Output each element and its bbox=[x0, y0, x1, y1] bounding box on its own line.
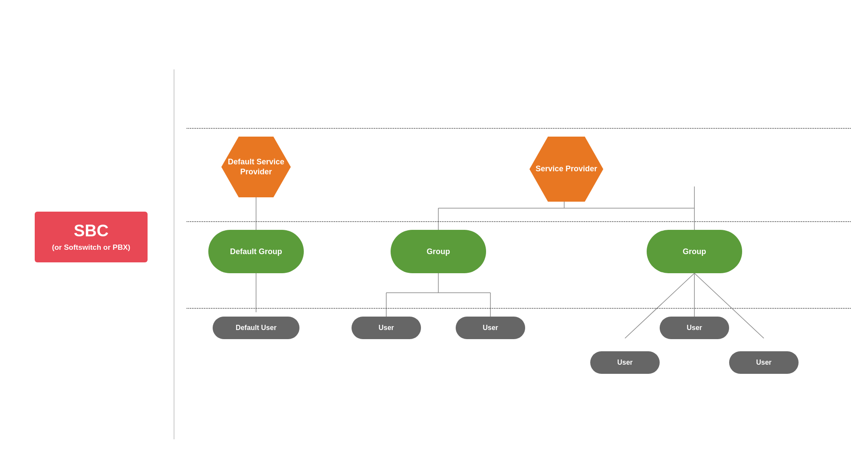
user-pill-g1-left: User bbox=[352, 317, 421, 339]
user-pill-g2-right: User bbox=[729, 351, 799, 374]
user-pill-g2-left: User bbox=[590, 351, 660, 374]
group-ellipse-1: Group bbox=[391, 230, 486, 273]
dotted-line-top bbox=[187, 128, 851, 129]
default-user-pill: Default User bbox=[213, 317, 299, 339]
sbc-subtitle: (or Softswitch or PBX) bbox=[43, 243, 139, 252]
default-group-ellipse: Default Group bbox=[208, 230, 304, 273]
vertical-separator bbox=[174, 69, 174, 439]
dotted-line-lower bbox=[187, 308, 851, 309]
group-ellipse-2: Group bbox=[647, 230, 742, 273]
default-service-provider-hex: Default Service Provider bbox=[221, 137, 291, 197]
user-pill-g1-right: User bbox=[456, 317, 525, 339]
left-panel: SBC (or Softswitch or PBX) bbox=[35, 212, 148, 263]
diagram-area: Default Service Provider Service Provide… bbox=[187, 43, 851, 448]
sbc-box: SBC (or Softswitch or PBX) bbox=[35, 212, 148, 263]
dotted-line-mid bbox=[187, 221, 851, 222]
user-pill-g2-center: User bbox=[660, 317, 729, 339]
service-provider-hex: Service Provider bbox=[529, 137, 603, 202]
sbc-title: SBC bbox=[43, 222, 139, 240]
